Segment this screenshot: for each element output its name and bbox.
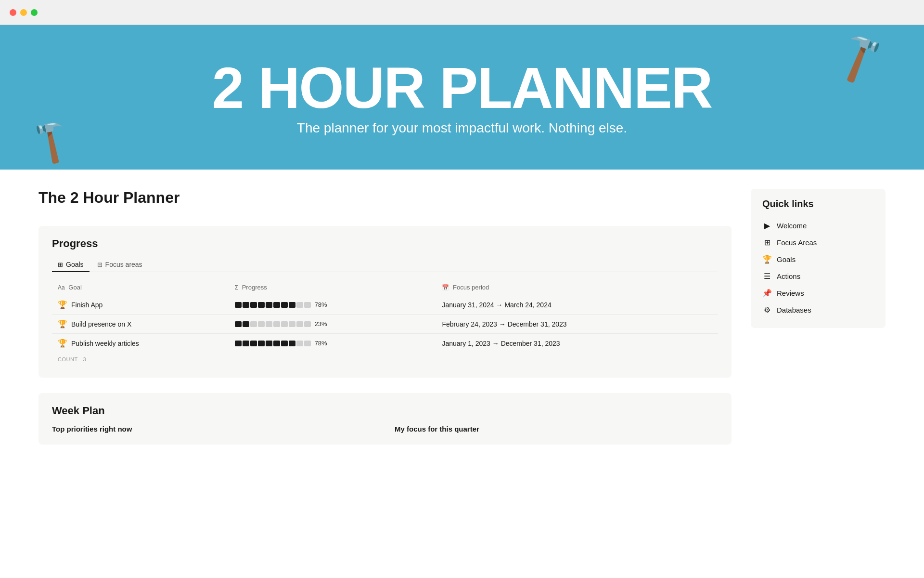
sidebar: Quick links ▶Welcome⊞Focus Areas🏆Goals☰A…	[751, 189, 886, 328]
quick-link-icon: 📌	[762, 289, 772, 298]
quick-link-reviews[interactable]: 📌Reviews	[762, 285, 874, 302]
quick-link-label: Databases	[777, 306, 811, 314]
col-period-header: 📅 Focus period	[436, 280, 696, 295]
week-col-priorities: Top priorities right now	[52, 425, 375, 433]
col-progress-icon: Σ	[235, 284, 238, 291]
goal-emoji: 🏆	[58, 319, 67, 328]
quick-link-welcome[interactable]: ▶Welcome	[762, 217, 874, 234]
progress-block	[289, 302, 295, 308]
progress-cell: 23%	[229, 315, 436, 334]
period-cell: January 1, 2023 → December 31, 2023	[436, 334, 696, 353]
tab-goals[interactable]: ⊞ Goals	[52, 258, 90, 272]
goal-emoji: 🏆	[58, 339, 67, 348]
traffic-lights	[10, 9, 38, 16]
progress-bar	[235, 321, 311, 327]
progress-bar	[235, 302, 311, 308]
col-progress-header: Σ Progress	[229, 280, 436, 295]
table-row[interactable]: 🏆Publish weekly articles78%January 1, 20…	[52, 334, 718, 353]
goal-name: Publish weekly articles	[71, 340, 139, 347]
hero-banner: 🔨 2 HOUR PLANNER The planner for your mo…	[0, 25, 924, 170]
goal-cell: 🏆Publish weekly articles	[52, 334, 229, 353]
progress-title: Progress	[52, 237, 718, 250]
period-cell: January 31, 2024 → March 24, 2024	[436, 295, 696, 315]
col-period-icon: 📅	[442, 284, 449, 291]
count-value: 3	[83, 356, 87, 362]
progress-block	[289, 321, 295, 327]
quick-links-box: Quick links ▶Welcome⊞Focus Areas🏆Goals☰A…	[751, 189, 886, 328]
focus-title: My focus for this quarter	[395, 425, 718, 433]
progress-section: Progress ⊞ Goals ⊟ Focus areas Aa	[38, 226, 732, 378]
progress-block	[273, 341, 280, 346]
period-cell: February 24, 2023 → December 31, 2023	[436, 315, 696, 334]
progress-block	[281, 321, 288, 327]
count-label: COUNT	[58, 356, 78, 362]
progress-block	[296, 302, 303, 308]
progress-percentage: 78%	[315, 340, 332, 347]
progress-cell-inner: 78%	[235, 340, 431, 347]
quick-link-actions[interactable]: ☰Actions	[762, 268, 874, 285]
week-col-focus: My focus for this quarter	[395, 425, 718, 433]
hero-subtitle: The planner for your most impactful work…	[297, 120, 627, 136]
progress-block	[243, 321, 249, 327]
progress-bar	[235, 341, 311, 346]
progress-block	[304, 341, 311, 346]
goal-name: Finish App	[71, 301, 103, 309]
progress-block	[243, 341, 249, 346]
maximize-button[interactable]	[31, 9, 38, 16]
content-area: The 2 Hour Planner Progress ⊞ Goals ⊟ Fo…	[0, 170, 924, 464]
progress-block	[296, 341, 303, 346]
week-plan-title: Week Plan	[52, 405, 718, 417]
quick-links-title: Quick links	[762, 198, 874, 210]
progress-block	[250, 341, 257, 346]
extra-cell	[696, 295, 718, 315]
progress-block	[304, 302, 311, 308]
page-title: The 2 Hour Planner	[38, 189, 732, 207]
progress-block	[289, 341, 295, 346]
progress-block	[273, 302, 280, 308]
progress-block	[281, 341, 288, 346]
table-row[interactable]: 🏆Build presence on X23%February 24, 2023…	[52, 315, 718, 334]
quick-link-icon: ⊞	[762, 238, 772, 247]
focus-areas-tab-icon: ⊟	[97, 261, 103, 268]
quick-link-goals[interactable]: 🏆Goals	[762, 251, 874, 268]
hammer-left-icon: 🔨	[22, 113, 77, 168]
quick-link-focus-areas[interactable]: ⊞Focus Areas	[762, 234, 874, 251]
hero-title: 2 HOUR PLANNER	[212, 59, 712, 117]
quick-link-icon: ⚙	[762, 305, 772, 315]
quick-link-icon: ▶	[762, 221, 772, 230]
quick-link-label: Welcome	[777, 222, 807, 230]
quick-link-databases[interactable]: ⚙Databases	[762, 302, 874, 318]
progress-block	[296, 321, 303, 327]
progress-block	[243, 302, 249, 308]
progress-block	[281, 302, 288, 308]
progress-block	[266, 302, 272, 308]
progress-block	[304, 321, 311, 327]
progress-percentage: 23%	[315, 320, 332, 328]
progress-block	[273, 321, 280, 327]
goal-cell: 🏆Finish App	[52, 295, 229, 315]
goal-cell: 🏆Build presence on X	[52, 315, 229, 334]
col-extra-header	[696, 280, 718, 295]
close-button[interactable]	[10, 9, 16, 16]
quick-link-label: Goals	[777, 255, 796, 263]
window-chrome	[0, 0, 924, 25]
progress-block	[235, 341, 242, 346]
progress-block	[258, 341, 265, 346]
main-column: The 2 Hour Planner Progress ⊞ Goals ⊟ Fo…	[38, 189, 732, 445]
minimize-button[interactable]	[20, 9, 27, 16]
count-row: COUNT 3	[52, 353, 718, 366]
quick-link-label: Actions	[777, 272, 800, 280]
progress-block	[266, 321, 272, 327]
quick-link-icon: 🏆	[762, 255, 772, 264]
quick-link-label: Focus Areas	[777, 238, 817, 247]
progress-block	[258, 321, 265, 327]
goal-name: Build presence on X	[71, 320, 131, 328]
tab-focus-areas[interactable]: ⊟ Focus areas	[91, 258, 148, 272]
goals-tab-icon: ⊞	[58, 261, 63, 268]
progress-cell: 78%	[229, 295, 436, 315]
progress-block	[258, 302, 265, 308]
progress-percentage: 78%	[315, 301, 332, 308]
col-goal-header: Aa Goal	[52, 280, 229, 295]
table-row[interactable]: 🏆Finish App78%January 31, 2024 → March 2…	[52, 295, 718, 315]
progress-tabs: ⊞ Goals ⊟ Focus areas	[52, 258, 718, 272]
